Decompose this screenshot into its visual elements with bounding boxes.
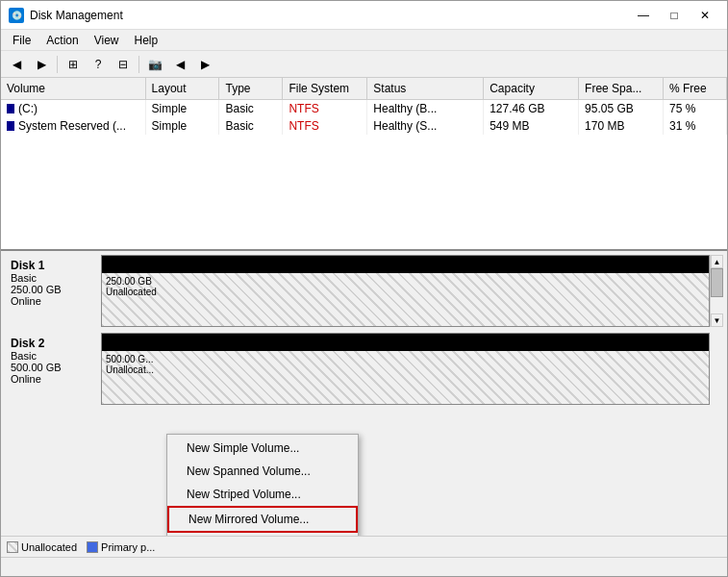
disk1-unallocated[interactable]: 250.00 GBUnallocated — [102, 273, 709, 326]
disk2-partitions: 500.00 G...Unallocat... — [102, 351, 709, 404]
disk-area: Disk 1 Basic 250.00 GB Online 250.00 GBU… — [1, 251, 727, 536]
disk2-body: 500.00 G...Unallocat... — [101, 333, 710, 405]
cell-freepct: 75 % — [664, 99, 727, 117]
scroll-down[interactable]: ▼ — [711, 314, 723, 327]
toolbar: ◀ ▶ ⊞ ? ⊟ 📷 ◀ ▶ — [1, 51, 727, 78]
legend-bar: Unallocated Primary p... — [1, 536, 727, 557]
status-bar — [1, 557, 727, 576]
cell-volume: System Reserved (... — [1, 117, 145, 135]
disk2-size: 500.00 GB — [11, 362, 62, 373]
toolbar-forward[interactable]: ▶ — [30, 54, 53, 75]
menu-file[interactable]: File — [5, 31, 38, 50]
col-header-status: Status — [367, 78, 484, 99]
legend-unalloc-label: Unallocated — [21, 541, 77, 553]
disk1-status: Online — [11, 295, 41, 307]
cell-status: Healthy (S... — [367, 117, 484, 135]
toolbar-btn2[interactable]: ? — [87, 54, 110, 75]
disk1-body: 250.00 GBUnallocated — [101, 255, 710, 327]
toolbar-btn6[interactable]: ▶ — [193, 54, 216, 75]
main-content: Volume Layout Type File System Status Ca… — [1, 78, 727, 576]
disk2-header — [102, 334, 709, 351]
table-row[interactable]: (C:) Simple Basic NTFS Healthy (B... 127… — [1, 99, 727, 117]
cell-freepct: 31 % — [664, 117, 727, 135]
scroll-thumb[interactable] — [711, 268, 723, 297]
toolbar-sep2 — [138, 56, 139, 73]
cell-filesystem: NTFS — [283, 117, 367, 135]
toolbar-sep1 — [57, 56, 58, 73]
col-header-freepct: % Free — [664, 78, 727, 99]
disk1-partitions: 250.00 GBUnallocated — [102, 273, 709, 326]
col-header-filesystem: File System — [283, 78, 367, 99]
disk2-size-label: 500.00 G...Unallocat... — [106, 354, 154, 375]
disk1-size: 250.00 GB — [11, 284, 62, 295]
cell-capacity: 549 MB — [484, 117, 579, 135]
minimize-button[interactable]: — — [629, 6, 658, 25]
disk1-type: Basic — [11, 272, 37, 284]
cell-status: Healthy (B... — [367, 99, 484, 117]
toolbar-btn3[interactable]: ⊟ — [112, 54, 135, 75]
disk2-label: Disk 2 Basic 500.00 GB Online — [5, 333, 101, 405]
legend-primary-box — [87, 541, 98, 553]
scroll-up[interactable]: ▲ — [711, 255, 723, 268]
menu-action[interactable]: Action — [38, 31, 86, 50]
volume-table: Volume Layout Type File System Status Ca… — [1, 78, 727, 135]
context-menu-item[interactable]: New Mirrored Volume... — [167, 506, 358, 533]
title-bar: 💿 Disk Management — □ ✕ — [1, 1, 727, 30]
toolbar-btn4[interactable]: 📷 — [143, 54, 166, 75]
context-menu: New Simple Volume...New Spanned Volume..… — [166, 434, 359, 536]
cell-layout: Simple — [145, 117, 219, 135]
context-menu-item: New RAID-5 Volume... — [167, 533, 358, 536]
disk2-type: Basic — [11, 350, 37, 362]
scroll-track — [711, 297, 723, 314]
col-header-layout: Layout — [145, 78, 219, 99]
context-menu-item[interactable]: New Striped Volume... — [167, 483, 358, 506]
cell-filesystem: NTFS — [283, 99, 367, 117]
col-header-capacity: Capacity — [484, 78, 579, 99]
cell-volume: (C:) — [1, 99, 145, 117]
toolbar-btn5[interactable]: ◀ — [168, 54, 191, 75]
context-menu-item[interactable]: New Simple Volume... — [167, 437, 358, 460]
table-area: Volume Layout Type File System Status Ca… — [1, 78, 727, 251]
maximize-button[interactable]: □ — [660, 6, 689, 25]
legend-primary: Primary p... — [87, 541, 155, 553]
cell-layout: Simple — [145, 99, 219, 117]
disk1-label: Disk 1 Basic 250.00 GB Online — [5, 255, 101, 327]
disk1-size-label: 250.00 GBUnallocated — [106, 276, 157, 297]
context-menu-item[interactable]: New Spanned Volume... — [167, 460, 358, 483]
legend-primary-label: Primary p... — [101, 541, 155, 553]
disk1-name: Disk 1 — [11, 259, 95, 272]
title-controls: — □ ✕ — [629, 6, 719, 25]
cell-type: Basic — [219, 99, 283, 117]
title-bar-left: 💿 Disk Management — [9, 8, 123, 23]
disk2-name: Disk 2 — [11, 337, 95, 350]
disk2-scroll-placeholder — [710, 333, 723, 405]
menu-bar: File Action View Help — [1, 30, 727, 51]
col-header-type: Type — [219, 78, 283, 99]
disk2-status: Online — [11, 373, 41, 385]
legend-unalloc-box — [7, 541, 18, 553]
table-row[interactable]: System Reserved (... Simple Basic NTFS H… — [1, 117, 727, 135]
col-header-volume: Volume — [1, 78, 145, 99]
cell-freespace: 95.05 GB — [579, 99, 664, 117]
disk-area-scrollbar: ▲ ▼ — [710, 255, 723, 327]
main-window: 💿 Disk Management — □ ✕ File Action View… — [0, 0, 728, 577]
col-header-freespace: Free Spa... — [579, 78, 664, 99]
cell-type: Basic — [219, 117, 283, 135]
toolbar-btn1[interactable]: ⊞ — [62, 54, 85, 75]
disk2-row: Disk 2 Basic 500.00 GB Online 500.00 G..… — [5, 333, 723, 405]
disk1-header — [102, 256, 709, 273]
cell-freespace: 170 MB — [579, 117, 664, 135]
legend-unallocated: Unallocated — [7, 541, 77, 553]
window-title: Disk Management — [30, 9, 123, 22]
toolbar-back[interactable]: ◀ — [5, 54, 28, 75]
menu-help[interactable]: Help — [127, 31, 166, 50]
close-button[interactable]: ✕ — [690, 6, 719, 25]
disk2-unallocated[interactable]: 500.00 G...Unallocat... — [102, 351, 709, 404]
app-icon: 💿 — [9, 8, 24, 23]
cell-capacity: 127.46 GB — [484, 99, 579, 117]
menu-view[interactable]: View — [87, 31, 127, 50]
